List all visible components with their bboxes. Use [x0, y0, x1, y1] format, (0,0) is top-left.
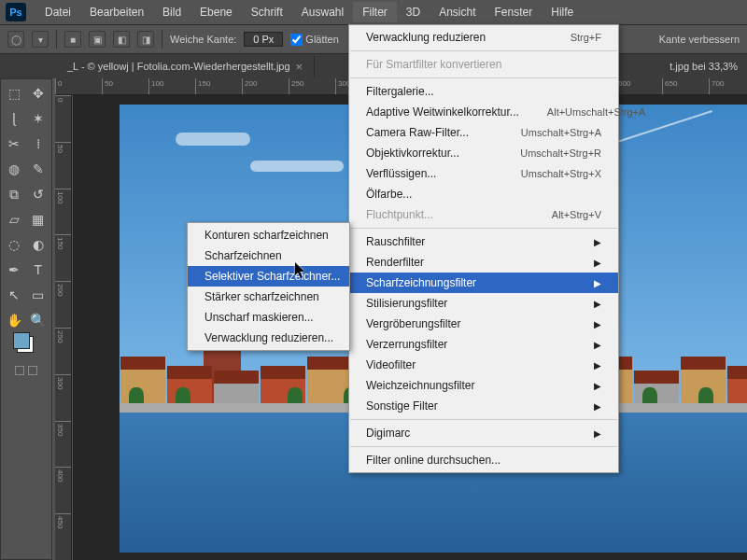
menu-ebene[interactable]: Ebene — [190, 2, 242, 22]
menu-ansicht[interactable]: Ansicht — [430, 2, 485, 22]
divider — [162, 30, 162, 49]
smooth-checkbox[interactable]: Glätten — [290, 34, 338, 46]
menu-hilfe[interactable]: Hilfe — [542, 2, 583, 22]
menu-bearbeiten[interactable]: Bearbeiten — [80, 2, 153, 22]
menu-item[interactable]: Scharfzeichnen — [188, 245, 349, 266]
menu-item[interactable]: Objektivkorrektur...Umschalt+Strg+R — [349, 143, 618, 163]
menu-item[interactable]: Stilisierungsfilter▶ — [349, 293, 618, 314]
menu-auswahl[interactable]: Auswahl — [292, 2, 353, 22]
ruler-vertical: 050100150200250300350400450 — [55, 95, 72, 560]
crop-tool[interactable]: ✂ — [3, 132, 26, 156]
divider — [56, 30, 57, 49]
mouse-cursor — [294, 262, 307, 279]
menu-item[interactable]: Rauschfilter▶ — [349, 231, 618, 252]
menu-item[interactable]: Verwacklung reduzieren... — [188, 328, 349, 348]
menu-item[interactable]: Ölfarbe... — [349, 184, 618, 204]
zoom-tool[interactable]: 🔍 — [27, 308, 50, 332]
menu-item[interactable]: Konturen scharfzeichnen — [188, 225, 349, 245]
selection-intersect-icon[interactable]: ◨ — [137, 31, 154, 48]
sharpen-submenu[interactable]: Konturen scharfzeichnenScharfzeichnenSel… — [187, 222, 350, 351]
zoom-info: t.jpg bei 33,3% — [660, 57, 747, 76]
menu-item[interactable]: Renderfilter▶ — [349, 252, 618, 273]
document-tab[interactable]: _L - © yellowj | Fotolia.com-Wiederherge… — [56, 56, 315, 77]
foreground-color[interactable] — [13, 332, 30, 349]
zoom-text: t.jpg bei 33,3% — [669, 61, 738, 72]
history-brush-tool[interactable]: ↺ — [27, 182, 50, 206]
menu-item[interactable]: Verwacklung reduzierenStrg+F — [349, 27, 618, 48]
shape-tool[interactable]: ▭ — [27, 283, 50, 307]
menu-bild[interactable]: Bild — [153, 2, 190, 22]
menu-item[interactable]: Verflüssigen...Umschalt+Strg+X — [349, 163, 618, 184]
document-title: _L - © yellowj | Fotolia.com-Wiederherge… — [67, 61, 290, 72]
menu-item: Für Smartfilter konvertieren — [349, 54, 618, 75]
soft-edge-label: Weiche Kante: — [170, 34, 236, 45]
marquee-tool[interactable]: ⬚ — [3, 81, 26, 105]
heal-tool[interactable]: ◍ — [3, 157, 26, 181]
quickmask-toggle[interactable] — [3, 358, 49, 383]
menu-item: Fluchtpunkt...Alt+Strg+V — [349, 204, 618, 225]
menu-filter[interactable]: Filter — [353, 2, 397, 22]
menu-schrift[interactable]: Schrift — [242, 2, 292, 22]
app-logo: Ps — [6, 3, 26, 21]
selection-sub-icon[interactable]: ◧ — [113, 31, 130, 48]
filter-menu[interactable]: Verwacklung reduzierenStrg+FFür Smartfil… — [348, 24, 619, 473]
menu-item[interactable]: Verzerrungsfilter▶ — [349, 334, 618, 355]
lasso-tool[interactable]: ɭ — [3, 106, 26, 131]
color-swatches[interactable] — [3, 333, 49, 357]
menu-item[interactable]: Selektiver Scharfzeichner... — [188, 266, 349, 287]
smooth-input[interactable] — [290, 34, 303, 46]
brush-tool[interactable]: ✎ — [27, 157, 50, 181]
menu-3d[interactable]: 3D — [397, 2, 430, 22]
menu-item[interactable]: Filtergalerie... — [349, 81, 618, 102]
menu-item[interactable]: Stärker scharfzeichnen — [188, 287, 349, 307]
soft-edge-value[interactable]: 0 Px — [244, 32, 283, 47]
selection-new-icon[interactable]: ■ — [64, 31, 81, 48]
improve-edge-label[interactable]: Kante verbessern — [659, 34, 740, 45]
path-tool[interactable]: ↖ — [3, 283, 26, 307]
selection-add-icon[interactable]: ▣ — [89, 31, 106, 48]
pen-tool[interactable]: ✒ — [3, 258, 26, 282]
smooth-label: Glätten — [305, 34, 338, 45]
wand-tool[interactable]: ✶ — [27, 106, 50, 131]
hand-tool[interactable]: ✋ — [3, 308, 26, 332]
eraser-tool[interactable]: ▱ — [3, 207, 26, 231]
app-menubar: Ps DateiBearbeitenBildEbeneSchriftAuswah… — [0, 0, 747, 24]
marquee-icon[interactable]: ◯ — [7, 31, 24, 48]
stamp-tool[interactable]: ⧉ — [3, 182, 26, 206]
dropdown-icon[interactable]: ▾ — [32, 31, 49, 48]
menu-item[interactable]: Filter online durchsuchen... — [349, 450, 618, 470]
dodge-tool[interactable]: ◐ — [27, 232, 50, 257]
menu-item[interactable]: Adaptive Weitwinkelkorrektur...Alt+Umsch… — [349, 102, 618, 122]
menu-datei[interactable]: Datei — [35, 2, 80, 22]
eyedropper-tool[interactable]: ⁞ — [27, 132, 50, 156]
menu-item[interactable]: Unscharf maskieren... — [188, 307, 349, 328]
move-tool[interactable]: ✥ — [27, 81, 50, 105]
menu-item[interactable]: Weichzeichnungsfilter▶ — [349, 375, 618, 396]
menu-item[interactable]: Camera Raw-Filter...Umschalt+Strg+A — [349, 122, 618, 143]
menu-item[interactable]: Videofilter▶ — [349, 355, 618, 375]
tools-panel: ⬚ ✥ ɭ ✶ ✂ ⁞ ◍ ✎ ⧉ ↺ ▱ ▦ ◌ ◐ ✒ T ↖ ▭ ✋ 🔍 — [0, 78, 52, 560]
menu-item[interactable]: Sonstige Filter▶ — [349, 396, 618, 416]
close-icon[interactable]: × — [296, 60, 303, 74]
menu-item[interactable]: Vergröberungsfilter▶ — [349, 314, 618, 334]
gradient-tool[interactable]: ▦ — [27, 207, 50, 231]
menu-item[interactable]: Scharfzeichnungsfilter▶ — [349, 273, 618, 293]
type-tool[interactable]: T — [27, 258, 50, 282]
menu-fenster[interactable]: Fenster — [486, 2, 543, 22]
menu-item[interactable]: Digimarc▶ — [349, 423, 618, 443]
blur-tool[interactable]: ◌ — [3, 232, 26, 257]
